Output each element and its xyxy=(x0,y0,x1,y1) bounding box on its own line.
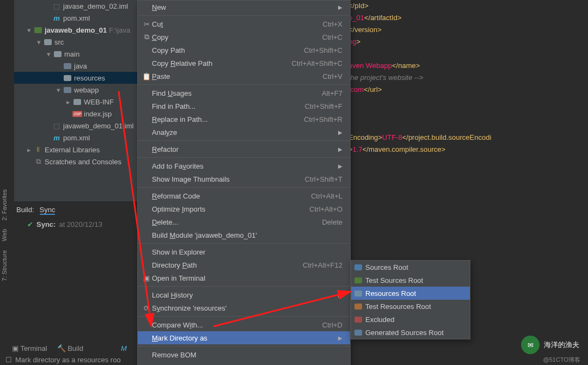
code-editor[interactable]: </pId>o_01</artifactId></version>ng> ave… xyxy=(348,0,588,201)
menu-item[interactable]: Reformat CodeCtrl+Alt+L xyxy=(138,189,350,202)
submenu-item[interactable]: Resources Root xyxy=(351,287,470,300)
menu-item[interactable]: Show in Explorer xyxy=(138,245,350,258)
menu-item[interactable]: ◫Diagrams▶ xyxy=(138,361,350,365)
menu-item[interactable]: Find in Path...Ctrl+Shift+F xyxy=(138,100,350,113)
menu-item[interactable]: New▶ xyxy=(138,1,350,14)
tree-item[interactable]: ⬚javaweb_demo_01.iml xyxy=(14,120,137,132)
tab-web[interactable]: Web xyxy=(0,225,9,245)
project-tree[interactable]: ⬚javase_demo_02.imlmpom.xml▾javaweb_demo… xyxy=(14,0,137,201)
submenu-item[interactable]: Test Sources Root xyxy=(351,274,470,287)
tree-item[interactable]: java xyxy=(14,60,137,72)
menu-item[interactable]: Copy Relative PathCtrl+Alt+Shift+C xyxy=(138,57,350,70)
submenu-item[interactable]: Test Resources Root xyxy=(351,300,470,313)
submenu-item[interactable]: Generated Sources Root xyxy=(351,326,470,339)
context-menu[interactable]: New▶✂CutCtrl+X⧉CopyCtrl+CCopy PathCtrl+S… xyxy=(137,0,351,365)
build-title: Build: xyxy=(16,206,34,215)
tab-maven[interactable]: M xyxy=(121,344,127,352)
tree-item[interactable]: ▾javaweb_demo_01 F:\java xyxy=(14,24,137,36)
tree-item[interactable]: ▸⫴External Libraries xyxy=(14,144,137,156)
menu-item[interactable]: ▣Open in Terminal xyxy=(138,271,350,284)
menu-item[interactable]: Remove BOM xyxy=(138,348,350,361)
tree-item[interactable]: mpom.xml xyxy=(14,132,137,144)
menu-item[interactable]: Replace in Path...Ctrl+Shift+R xyxy=(138,113,350,126)
checkbox-icon[interactable]: ☐ xyxy=(5,356,12,364)
menu-item[interactable]: ⟳Synchronize 'resources' xyxy=(138,301,350,314)
menu-item[interactable]: Directory PathCtrl+Alt+F12 xyxy=(138,258,350,271)
tree-item[interactable]: ⬚javase_demo_02.iml xyxy=(14,0,137,12)
tree-item[interactable]: ⧉Scratches and Consoles xyxy=(14,156,137,168)
credit-text: @51CTO博客 xyxy=(543,356,580,364)
menu-item[interactable]: ⧉CopyCtrl+C xyxy=(138,30,350,44)
submenu-item[interactable]: Sources Root xyxy=(351,261,470,274)
tab-favorites[interactable]: 2: Favorites xyxy=(0,185,9,225)
wechat-icon: ✉ xyxy=(521,336,540,354)
menu-item[interactable]: Mark Directory as▶ xyxy=(138,331,350,344)
check-icon: ✔ xyxy=(27,220,33,228)
build-tab-sync[interactable]: Sync xyxy=(40,206,56,215)
menu-item[interactable]: Local History▶ xyxy=(138,288,350,301)
tree-item[interactable]: ▾main xyxy=(14,48,137,60)
tree-item[interactable]: JSPindex.jsp xyxy=(14,108,137,120)
build-sync-row[interactable]: ✔ Sync: at 2020/12/13 xyxy=(12,217,137,232)
menu-item[interactable]: Show Image ThumbnailsCtrl+Shift+T xyxy=(138,172,350,185)
menu-item[interactable]: Compare With...Ctrl+D xyxy=(138,318,350,331)
bottom-tool-tabs: ▣ Terminal 🔨 Build M xyxy=(12,342,83,354)
menu-item[interactable]: Copy PathCtrl+Shift+C xyxy=(138,44,350,57)
watermark: ✉ 海洋的渔夫 xyxy=(521,336,579,354)
menu-item[interactable]: Analyze▶ xyxy=(138,126,350,139)
build-pane: Build: Sync ✔ Sync: at 2020/12/13 xyxy=(12,203,137,232)
status-bar: ☐ Mark directory as a resources roo xyxy=(5,356,121,364)
mark-directory-submenu[interactable]: Sources RootTest Sources RootResources R… xyxy=(351,260,470,339)
menu-item[interactable]: ✂CutCtrl+X xyxy=(138,17,350,30)
tree-item[interactable]: ▾webapp xyxy=(14,84,137,96)
tree-item[interactable]: ▸WEB-INF xyxy=(14,96,137,108)
tab-build[interactable]: 🔨 Build xyxy=(57,344,84,352)
menu-item[interactable]: Find UsagesAlt+F7 xyxy=(138,86,350,100)
menu-item[interactable]: Build Module 'javaweb_demo_01' xyxy=(138,228,350,242)
tree-item[interactable]: mpom.xml xyxy=(14,12,137,24)
submenu-item[interactable]: Excluded xyxy=(351,313,470,326)
menu-item[interactable]: Optimize ImportsCtrl+Alt+O xyxy=(138,202,350,215)
tab-structure[interactable]: 7: Structure xyxy=(0,246,9,286)
tree-item[interactable]: ▾src xyxy=(14,36,137,48)
menu-item[interactable]: Add to Favorites▶ xyxy=(138,159,350,172)
menu-item[interactable]: Refactor▶ xyxy=(138,143,350,156)
left-side-tabs: 2: Favorites Web 7: Structure xyxy=(0,185,12,286)
menu-item[interactable]: 📋PasteCtrl+V xyxy=(138,70,350,83)
tab-terminal[interactable]: ▣ Terminal xyxy=(12,344,47,352)
tree-item[interactable]: resources xyxy=(14,72,137,84)
menu-item[interactable]: Delete...Delete xyxy=(138,215,350,228)
